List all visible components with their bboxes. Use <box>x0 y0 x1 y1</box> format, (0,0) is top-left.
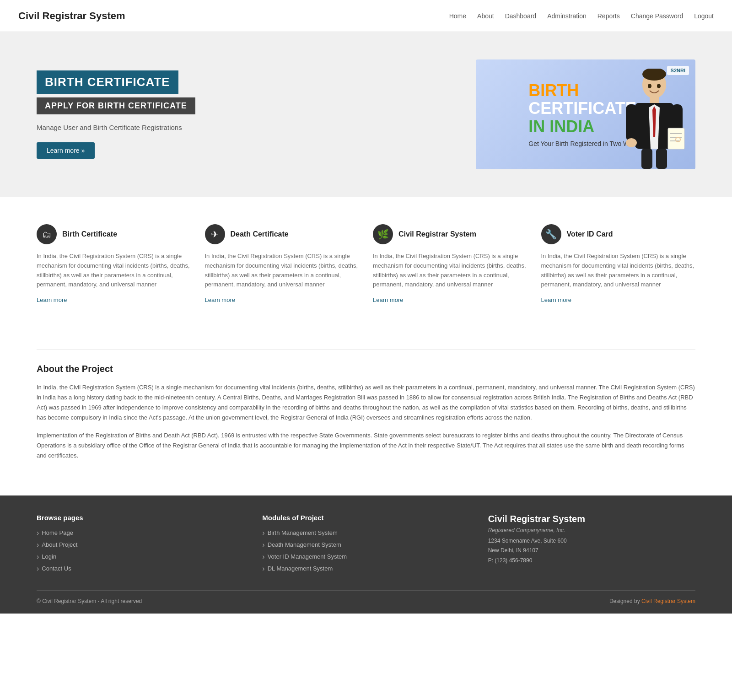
card-icon-1: ✈ <box>205 224 225 244</box>
hero-subtitle: APPLY FOR BIRTH CERTIFICATE <box>37 97 195 114</box>
footer-browse-item[interactable]: Home Page <box>37 529 244 537</box>
navbar-link-home[interactable]: Home <box>449 12 466 20</box>
footer-company-name: Civil Registrar System <box>488 514 695 524</box>
card-link-0[interactable]: Learn more <box>37 296 67 303</box>
card-icon-2: 🌿 <box>373 224 393 244</box>
navbar-link-about[interactable]: About <box>477 12 494 20</box>
card-title-0: Birth Certificate <box>62 230 117 238</box>
footer-browse-list: Home PageAbout ProjectLoginContact Us <box>37 529 244 573</box>
footer-modules: Modules of Project Birth Management Syst… <box>262 514 469 576</box>
footer-modules-item[interactable]: DL Management System <box>262 565 469 573</box>
svg-point-17 <box>657 84 661 88</box>
footer-grid: Browse pages Home PageAbout ProjectLogin… <box>37 514 695 576</box>
footer-browse-title: Browse pages <box>37 514 244 522</box>
card-link-2[interactable]: Learn more <box>373 296 403 303</box>
card-3: 🔧 Voter ID Card In India, the Civil Regi… <box>541 220 696 308</box>
card-icon-3: 🔧 <box>541 224 561 244</box>
cards-section: 🗂 Birth Certificate In India, the Civil … <box>0 197 732 331</box>
card-body-2: In India, the Civil Registration System … <box>373 252 527 290</box>
footer-browse-item[interactable]: Contact Us <box>37 565 244 573</box>
card-header-0: 🗂 Birth Certificate <box>37 224 191 244</box>
footer-company-info: 1234 Somename Ave, Suite 600 New Delhi, … <box>488 536 695 566</box>
hero-left: BIRTH CERTIFICATE APPLY FOR BIRTH CERTIF… <box>37 70 247 159</box>
footer-company-sub: Registered Companyname, Inc. <box>488 527 695 533</box>
card-link-1[interactable]: Learn more <box>205 296 235 303</box>
hero-section: BIRTH CERTIFICATE APPLY FOR BIRTH CERTIF… <box>0 32 732 197</box>
card-body-3: In India, the Civil Registration System … <box>541 252 696 290</box>
footer: Browse pages Home PageAbout ProjectLogin… <box>0 495 732 614</box>
footer-browse-item[interactable]: Login <box>37 553 244 561</box>
svg-rect-14 <box>641 149 652 169</box>
navbar-link-logout[interactable]: Logout <box>694 12 714 20</box>
about-section: About the Project In India, the Civil Re… <box>0 331 732 495</box>
navbar-link-dashboard[interactable]: Dashboard <box>505 12 537 20</box>
about-divider <box>37 350 695 350</box>
person-figure <box>622 69 686 169</box>
footer-bottom: © Civil Registrar System - All right res… <box>37 590 695 604</box>
card-title-1: Death Certificate <box>231 230 289 238</box>
footer-copyright: © Civil Registrar System - All right res… <box>37 598 142 604</box>
footer-designed-by: Designed by Civil Registrar System <box>609 598 695 604</box>
svg-rect-15 <box>656 149 667 169</box>
footer-designed-by-link[interactable]: Civil Registrar System <box>641 598 695 604</box>
footer-browse-item[interactable]: About Project <box>37 541 244 549</box>
navbar-link-reports[interactable]: Reports <box>597 12 620 20</box>
footer-modules-item[interactable]: Birth Management System <box>262 529 469 537</box>
footer-modules-item[interactable]: Voter ID Management System <box>262 553 469 561</box>
card-body-0: In India, the Civil Registration System … <box>37 252 191 290</box>
navbar-link-adminstration[interactable]: Adminstration <box>547 12 587 20</box>
navbar-links: HomeAboutDashboardAdminstrationReportsCh… <box>449 12 714 20</box>
card-header-1: ✈ Death Certificate <box>205 224 360 244</box>
navbar-link-change-password[interactable]: Change Password <box>631 12 683 20</box>
svg-point-8 <box>626 138 637 147</box>
footer-modules-item[interactable]: Death Management System <box>262 541 469 549</box>
card-2: 🌿 Civil Registrar System In India, the C… <box>373 220 527 308</box>
card-header-2: 🌿 Civil Registrar System <box>373 224 527 244</box>
about-para1: In India, the Civil Registration System … <box>37 382 695 423</box>
about-title: About the Project <box>37 364 695 374</box>
learn-more-button[interactable]: Learn more » <box>37 142 95 159</box>
hero-image: BIRTH CERTIFICATE IN INDIA Get Your Birt… <box>476 59 695 169</box>
hero-description: Manage User and Birth Certificate Regist… <box>37 124 247 131</box>
navbar: Civil Registrar System HomeAboutDashboar… <box>0 0 732 32</box>
cards-grid: 🗂 Birth Certificate In India, the Civil … <box>37 220 695 308</box>
hero-title: BIRTH CERTIFICATE <box>37 70 178 94</box>
card-link-3[interactable]: Learn more <box>541 296 571 303</box>
footer-address1: 1234 Somename Ave, Suite 600 <box>488 538 567 544</box>
footer-modules-title: Modules of Project <box>262 514 469 522</box>
footer-phone: P: (123) 456-7890 <box>488 557 533 564</box>
footer-browse: Browse pages Home PageAbout ProjectLogin… <box>37 514 244 576</box>
footer-designed-by-prefix: Designed by <box>609 598 641 604</box>
about-para2: Implementation of the Registration of Bi… <box>37 431 695 461</box>
footer-address2: New Delhi, IN 94107 <box>488 547 538 554</box>
card-header-3: 🔧 Voter ID Card <box>541 224 696 244</box>
card-body-1: In India, the Civil Registration System … <box>205 252 360 290</box>
footer-company: Civil Registrar System Registered Compan… <box>488 514 695 576</box>
card-title-3: Voter ID Card <box>567 230 613 238</box>
footer-modules-list: Birth Management SystemDeath Management … <box>262 529 469 573</box>
svg-rect-6 <box>626 104 637 141</box>
svg-point-16 <box>648 84 651 88</box>
card-1: ✈ Death Certificate In India, the Civil … <box>205 220 360 308</box>
card-icon-0: 🗂 <box>37 224 57 244</box>
navbar-brand: Civil Registrar System <box>18 10 125 22</box>
card-title-2: Civil Registrar System <box>398 230 476 238</box>
card-0: 🗂 Birth Certificate In India, the Civil … <box>37 220 191 308</box>
